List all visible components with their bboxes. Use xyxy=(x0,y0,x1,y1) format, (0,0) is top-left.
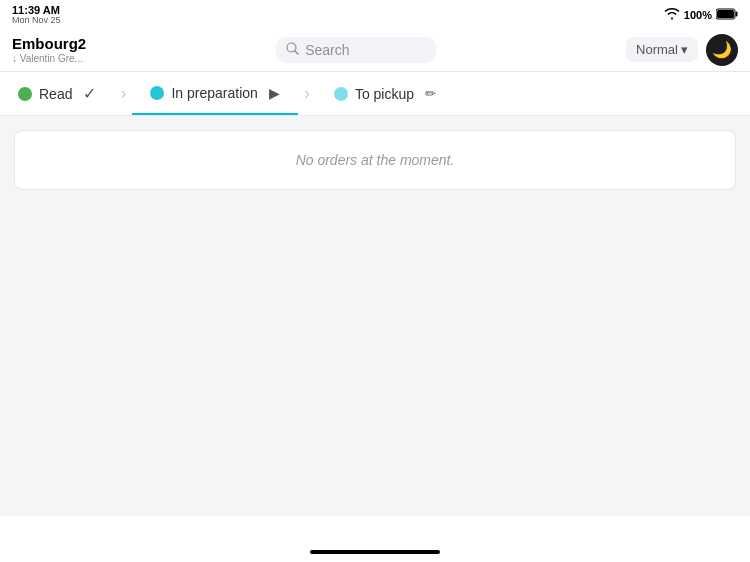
search-icon xyxy=(286,42,299,58)
top-bar: Embourg2 ↓ Valentin Gre... Search Normal… xyxy=(0,28,750,72)
chevron-down-icon: ▾ xyxy=(681,42,688,57)
check-icon: ✓ xyxy=(83,84,96,103)
svg-line-4 xyxy=(295,51,298,54)
tab-in-preparation[interactable]: In preparation ▶ xyxy=(132,72,297,115)
tab-read[interactable]: Read ✓ xyxy=(0,72,114,115)
tab-separator-2: › xyxy=(298,83,316,104)
status-date: Mon Nov 25 xyxy=(12,16,61,26)
no-orders-text: No orders at the moment. xyxy=(296,152,455,168)
search-box[interactable]: Search xyxy=(276,37,436,63)
moon-icon: 🌙 xyxy=(712,40,732,59)
tabs-bar: Read ✓ › In preparation ▶ › To pickup ✏ xyxy=(0,72,750,116)
main-content: No orders at the moment. xyxy=(0,116,750,516)
wifi-icon xyxy=(664,8,680,22)
normal-label: Normal xyxy=(636,42,678,57)
tab-label-read: Read xyxy=(39,86,72,102)
status-bar: 11:39 AM Mon Nov 25 100% xyxy=(0,0,750,28)
tab-dot-read xyxy=(18,87,32,101)
top-bar-right: Normal ▾ 🌙 xyxy=(626,34,738,66)
store-info[interactable]: Embourg2 ↓ Valentin Gre... xyxy=(12,35,86,65)
store-name: Embourg2 xyxy=(12,35,86,53)
tab-to-pickup[interactable]: To pickup ✏ xyxy=(316,72,454,115)
status-left: 11:39 AM Mon Nov 25 xyxy=(12,4,61,26)
tab-dot-pickup xyxy=(334,87,348,101)
svg-rect-1 xyxy=(736,12,738,17)
store-user: ↓ Valentin Gre... xyxy=(12,53,86,65)
normal-button[interactable]: Normal ▾ xyxy=(626,37,698,62)
play-icon: ▶ xyxy=(269,85,280,101)
tab-dot-preparation xyxy=(150,86,164,100)
no-orders-card: No orders at the moment. xyxy=(14,130,736,190)
tab-label-preparation: In preparation xyxy=(171,85,257,101)
battery-percent: 100% xyxy=(684,9,712,21)
home-indicator xyxy=(310,550,440,554)
search-placeholder: Search xyxy=(305,42,349,58)
battery-icon xyxy=(716,6,738,24)
night-mode-button[interactable]: 🌙 xyxy=(706,34,738,66)
edit-icon: ✏ xyxy=(425,86,436,101)
tab-separator-1: › xyxy=(114,83,132,104)
status-right: 100% xyxy=(664,6,738,24)
tab-label-pickup: To pickup xyxy=(355,86,414,102)
svg-rect-2 xyxy=(717,10,734,18)
